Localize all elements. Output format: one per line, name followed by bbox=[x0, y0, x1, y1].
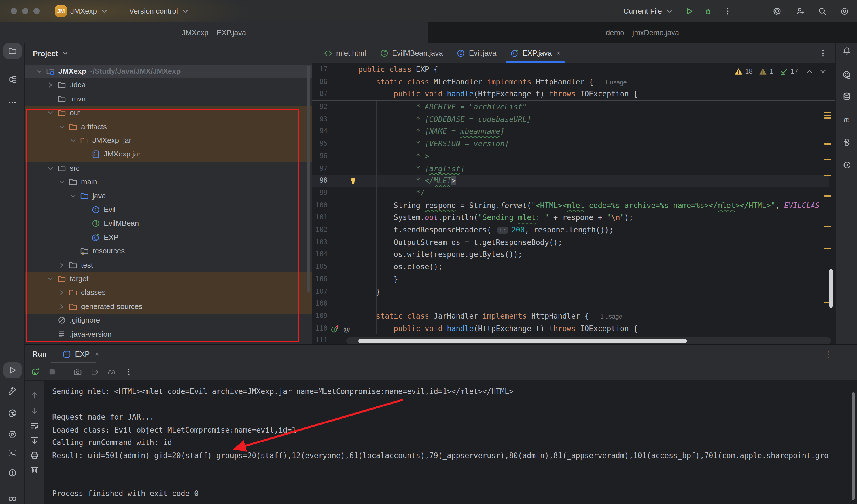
line-number: 94 bbox=[312, 125, 327, 138]
tree-item--idea[interactable]: .idea bbox=[25, 79, 312, 93]
project-tool-button[interactable] bbox=[3, 43, 21, 59]
ai-chat-tool-button[interactable] bbox=[838, 67, 856, 83]
right-tool-strip: m bbox=[836, 43, 857, 344]
print-icon[interactable] bbox=[26, 447, 44, 463]
weak-warning-count: 1 bbox=[770, 67, 773, 75]
window-tab-active[interactable]: JMXexp – EXP.java bbox=[0, 22, 428, 43]
window-tabs-row: JMXexp – EXP.java demo – jmxDemo.java bbox=[0, 22, 857, 43]
warning-stripe-mark[interactable] bbox=[824, 248, 831, 249]
soft-wrap-icon[interactable] bbox=[26, 418, 44, 434]
more-actions-button[interactable] bbox=[723, 6, 732, 16]
search-everywhere-icon[interactable] bbox=[818, 6, 827, 16]
next-problem-icon[interactable] bbox=[819, 67, 827, 76]
code-line-96: 96 * > bbox=[312, 150, 836, 163]
tree-chevron-right-icon[interactable] bbox=[46, 81, 55, 90]
warning-stripe-mark[interactable] bbox=[824, 143, 831, 145]
run-panel-title: Run bbox=[32, 350, 47, 358]
debug-button[interactable] bbox=[703, 6, 712, 16]
project-panel-header[interactable]: Project bbox=[33, 43, 70, 64]
warning-stripe-mark[interactable] bbox=[824, 174, 831, 176]
prev-problem-icon[interactable] bbox=[805, 67, 814, 76]
run-button[interactable] bbox=[685, 6, 694, 16]
thread-dump-button[interactable] bbox=[73, 367, 82, 376]
interface-icon: I bbox=[380, 49, 388, 57]
svg-text:C: C bbox=[460, 50, 463, 56]
endpoints-tool-button[interactable] bbox=[838, 157, 856, 173]
database-tool-button[interactable] bbox=[838, 88, 856, 104]
editor-tab-label: EvilMBean.java bbox=[392, 49, 443, 57]
terminal-tool-button[interactable] bbox=[3, 445, 21, 461]
chevron-down-icon bbox=[61, 49, 70, 58]
console-down-icon[interactable] bbox=[26, 403, 44, 419]
console-up-icon[interactable] bbox=[26, 387, 44, 403]
close-icon[interactable]: × bbox=[556, 49, 560, 57]
inspections-widget[interactable]: 18 1 17 bbox=[734, 66, 827, 77]
run-tool-button[interactable] bbox=[3, 362, 21, 378]
python-packages-tool-button[interactable] bbox=[3, 405, 21, 421]
html-icon bbox=[324, 49, 333, 57]
rerun-button[interactable] bbox=[31, 367, 40, 376]
editor-horizontal-scrollbar[interactable] bbox=[358, 339, 687, 343]
editor-vertical-scrollbar[interactable] bbox=[829, 269, 833, 308]
project-menu[interactable]: JMXexp bbox=[70, 0, 109, 22]
run-configuration-selector[interactable]: Current File bbox=[623, 0, 674, 22]
project-avatar[interactable]: JM bbox=[55, 5, 67, 17]
build-tool-button[interactable] bbox=[3, 383, 21, 399]
python-tool-button[interactable] bbox=[838, 134, 856, 150]
code-line-108: 108 bbox=[312, 298, 836, 310]
warning-icon bbox=[734, 67, 743, 76]
scroll-to-end-icon[interactable] bbox=[26, 433, 44, 449]
code-line-95: 95 * [VERSION = version] bbox=[312, 138, 836, 150]
run-tab[interactable]: EXP × bbox=[63, 350, 99, 358]
notifications-tool-button[interactable] bbox=[838, 43, 856, 59]
problems-tool-button[interactable] bbox=[3, 465, 21, 481]
line-number: 104 bbox=[312, 249, 327, 261]
tree-chevron-down-icon[interactable] bbox=[35, 67, 44, 76]
warning-stripe-mark[interactable] bbox=[824, 225, 831, 227]
implementing-method-icon[interactable]: I bbox=[331, 324, 339, 333]
editor-tabs-more-icon[interactable] bbox=[819, 49, 827, 57]
exit-button[interactable] bbox=[90, 367, 99, 376]
ai-assistant-icon[interactable] bbox=[773, 6, 782, 16]
warning-stripe-mark[interactable] bbox=[824, 112, 831, 113]
settings-icon[interactable] bbox=[840, 6, 849, 16]
editor-tab-evilmbean-java[interactable]: IEvilMBean.java bbox=[373, 43, 450, 63]
commit-tool-button[interactable] bbox=[3, 71, 21, 87]
svg-text:m: m bbox=[844, 115, 849, 123]
clear-console-icon[interactable] bbox=[26, 462, 44, 478]
run-toolbar-more-icon[interactable] bbox=[124, 367, 133, 376]
run-panel-more-icon[interactable]: ⋮ bbox=[824, 350, 832, 358]
tree-item--mvn[interactable]: .mvn bbox=[25, 93, 312, 106]
warning-stripe-mark[interactable] bbox=[824, 159, 831, 161]
services-tool-button[interactable] bbox=[3, 426, 21, 442]
version-control-menu[interactable]: Version control bbox=[129, 0, 190, 22]
more-tool-windows-button[interactable] bbox=[3, 95, 21, 111]
macos-zoom-button[interactable] bbox=[33, 8, 40, 14]
run-tab-close-icon[interactable]: × bbox=[95, 350, 99, 358]
console-scrollbar[interactable] bbox=[852, 392, 855, 500]
warning-stripe-mark[interactable] bbox=[824, 117, 831, 119]
tree-item-jmxexp[interactable]: JMXexp ~/Study/Java/JMX/JMXexp bbox=[25, 65, 312, 79]
editor-horizontal-scrollbar-track[interactable] bbox=[346, 337, 831, 344]
svg-text:C: C bbox=[513, 50, 516, 56]
intention-bulb-icon[interactable] bbox=[349, 176, 358, 185]
run-panel-hide-icon[interactable]: — bbox=[842, 350, 849, 358]
editor-tab-mlet-html[interactable]: mlet.html bbox=[317, 43, 373, 63]
editor-tab-evil-java[interactable]: CEvil.java bbox=[450, 43, 503, 63]
console-output[interactable]: Sending mlet: <HTML><mlet code=Evil arch… bbox=[44, 381, 857, 504]
macos-close-button[interactable] bbox=[11, 8, 17, 14]
macos-minimize-button[interactable] bbox=[22, 8, 28, 14]
typo-check-icon bbox=[779, 67, 788, 76]
code-line-109: 109 static class JarHandler implements H… bbox=[312, 310, 836, 322]
window-tab-inactive[interactable]: demo – jmxDemo.java bbox=[428, 22, 857, 43]
warning-stripe-mark[interactable] bbox=[824, 195, 831, 197]
code-with-me-icon[interactable] bbox=[796, 6, 805, 16]
partial-tool-button[interactable] bbox=[3, 489, 21, 504]
warning-stripe-mark[interactable] bbox=[824, 115, 831, 116]
editor-tab-exp-java[interactable]: CEXP.java× bbox=[503, 43, 568, 63]
maven-tool-button[interactable]: m bbox=[838, 111, 856, 127]
editor-body[interactable]: 18 1 17 92 * ARCHIVE = "archiveList"93 *… bbox=[312, 64, 836, 344]
project-scrollbar[interactable] bbox=[307, 66, 310, 292]
gc-button[interactable] bbox=[107, 367, 116, 376]
stop-button[interactable] bbox=[48, 367, 57, 376]
